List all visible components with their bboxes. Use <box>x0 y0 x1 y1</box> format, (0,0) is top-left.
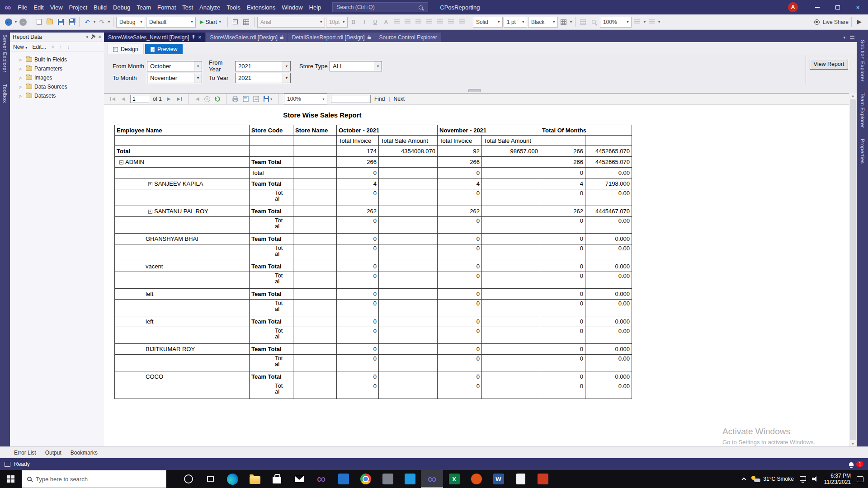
refresh-button[interactable] <box>214 95 221 103</box>
viewer-zoom-select[interactable]: 100%▾ <box>284 94 327 104</box>
edit-button[interactable]: Edit... <box>32 44 46 50</box>
close-button[interactable]: × <box>848 0 868 14</box>
report-image-button[interactable] <box>241 17 251 28</box>
notification-badge[interactable]: 1 <box>856 461 863 467</box>
document-tab-storewisesales-new-rdl-design[interactable]: StoreWiseSales_New.rdl [Design]× <box>104 33 205 42</box>
find-next-button[interactable]: Next <box>394 96 405 102</box>
menu-debug[interactable]: Debug <box>110 3 133 12</box>
caret-down-icon[interactable]: ▾ <box>570 20 572 24</box>
expander-icon[interactable]: ▷ <box>19 76 24 80</box>
action-center-icon[interactable] <box>857 476 863 482</box>
quick-search-input[interactable]: Search (Ctrl+Q) <box>332 2 428 12</box>
move-down-icon[interactable]: ↓ <box>67 44 70 50</box>
menu-extensions[interactable]: Extensions <box>244 3 279 12</box>
save-button[interactable] <box>56 17 66 28</box>
font-color-button[interactable]: A <box>381 17 391 28</box>
tab-preview[interactable]: Preview <box>145 44 183 54</box>
print-button[interactable] <box>232 95 239 103</box>
expander-icon[interactable]: ▷ <box>19 58 24 62</box>
minimize-button[interactable] <box>807 0 827 14</box>
menu-format[interactable]: Format <box>154 3 179 12</box>
decrease-indent-button[interactable] <box>446 17 456 28</box>
maximize-button[interactable] <box>827 0 848 14</box>
caret-down-icon[interactable]: ▾ <box>94 20 95 24</box>
from-year-select[interactable]: 2021▾ <box>235 61 291 71</box>
navigate-back-button[interactable]: ← <box>4 17 14 28</box>
ruler-button[interactable] <box>632 17 642 28</box>
feedback-button[interactable] <box>854 17 864 28</box>
font-size-combo[interactable]: 10pt▾ <box>326 17 348 28</box>
delete-icon[interactable]: × <box>51 44 54 50</box>
document-tab-storewisesales-rdl-design[interactable]: StoreWiseSales.rdl [Design] <box>206 33 287 42</box>
previous-page-button[interactable]: ◀ <box>120 95 127 103</box>
clock-widget[interactable]: 6:37 PM 11/23/2021 <box>824 473 851 485</box>
to-month-select[interactable]: November▾ <box>147 73 202 83</box>
document-tab-source-control-explorer[interactable]: Source Control Explorer <box>375 33 441 42</box>
table-button[interactable] <box>578 17 588 28</box>
caret-down-icon[interactable]: ▾ <box>108 20 110 24</box>
taskbar-icon-mail[interactable] <box>288 470 310 488</box>
document-tab-detailsalesreport-rdl-design[interactable]: DetailSalesReport.rdl [Design] <box>288 33 375 42</box>
panel-tab-error-list[interactable]: Error List <box>10 448 40 457</box>
menu-build[interactable]: Build <box>90 3 110 12</box>
tab-design[interactable]: Design <box>108 44 144 54</box>
menu-team[interactable]: Team <box>133 3 154 12</box>
taskbar-icon-task-view[interactable] <box>199 470 222 488</box>
expander-icon[interactable]: ▷ <box>19 85 24 89</box>
expander-icon[interactable]: ▷ <box>19 67 24 71</box>
tree-item-data-sources[interactable]: ▷Data Sources <box>10 82 104 91</box>
font-family-combo[interactable]: Arial▾ <box>257 17 325 28</box>
store-type-select[interactable]: ALL▾ <box>330 61 382 71</box>
close-tab-icon[interactable]: × <box>198 34 201 41</box>
redo-button[interactable]: ↷ <box>97 17 107 28</box>
start-debug-button[interactable]: ▶Start▾ <box>197 18 225 27</box>
page-number-input[interactable] <box>130 95 149 103</box>
scrollbar-thumb[interactable] <box>850 99 856 440</box>
italic-button[interactable]: I <box>359 17 369 28</box>
menu-view[interactable]: View <box>47 3 66 12</box>
expand-icon[interactable]: + <box>148 210 152 214</box>
export-button[interactable]: ▾ <box>263 95 273 103</box>
find-button[interactable]: Find <box>374 96 385 102</box>
splitter-handle[interactable] <box>468 89 481 92</box>
menu-project[interactable]: Project <box>66 3 90 12</box>
menu-help[interactable]: Help <box>306 3 325 12</box>
solution-configurations-combo[interactable]: Debug▾ <box>116 17 145 28</box>
start-button[interactable] <box>0 470 22 488</box>
navigate-forward-button[interactable]: → <box>18 17 28 28</box>
panel-tab-output[interactable]: Output <box>41 448 66 457</box>
menu-edit[interactable]: Edit <box>30 3 47 12</box>
tree-item-parameters[interactable]: ▷Parameters <box>10 64 104 73</box>
save-all-button[interactable] <box>66 17 76 28</box>
notifications-bell-icon[interactable] <box>849 462 854 466</box>
back-to-parent-button[interactable]: ◀ <box>194 95 201 103</box>
snap-button[interactable] <box>647 17 657 28</box>
taskbar-icon-red-app[interactable] <box>532 470 554 488</box>
scroll-up-icon[interactable]: ▲ <box>849 94 857 97</box>
hidden-icons-chevron-icon[interactable] <box>742 478 746 482</box>
pin-icon[interactable] <box>192 35 195 40</box>
align-right-button[interactable] <box>414 17 424 28</box>
taskbar-icon-cortana[interactable] <box>177 470 199 488</box>
next-page-button[interactable]: ▶ <box>165 95 172 103</box>
open-file-button[interactable] <box>45 17 55 28</box>
undo-button[interactable]: ↶ <box>82 17 92 28</box>
tree-item-datasets[interactable]: ▷Datasets <box>10 91 104 100</box>
designer-zoom-combo[interactable]: 100%▾ <box>600 17 632 28</box>
side-tab-team-explorer[interactable]: Team Explorer <box>860 93 865 128</box>
caret-down-icon[interactable]: ▾ <box>644 20 646 24</box>
new-file-button[interactable] <box>34 17 44 28</box>
new-dropdown[interactable]: New ▾ <box>13 44 27 50</box>
network-icon[interactable] <box>800 476 806 481</box>
borders-button[interactable] <box>559 17 569 28</box>
side-tab-solution-explorer[interactable]: Solution Explorer <box>860 40 865 82</box>
live-share-button[interactable] <box>812 17 822 28</box>
taskbar-icon-excel[interactable]: X <box>443 470 465 488</box>
to-year-select[interactable]: 2021▾ <box>235 73 291 83</box>
border-width-combo[interactable]: 1 pt▾ <box>504 17 527 28</box>
taskbar-icon-visual-studio[interactable]: ∞ <box>310 470 332 488</box>
increase-indent-button[interactable] <box>457 17 467 28</box>
close-panel-icon[interactable]: × <box>98 34 101 40</box>
page-setup-button[interactable] <box>253 95 259 103</box>
taskbar-icon-file-explorer[interactable] <box>244 470 266 488</box>
